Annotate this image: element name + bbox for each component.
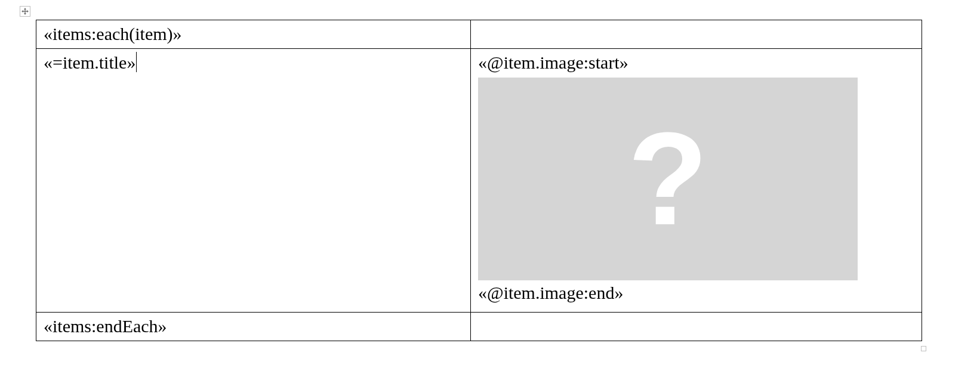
table-move-handle[interactable] [20,6,30,17]
directive-each-close: «items:endEach» [44,316,167,336]
cell-empty-top-right[interactable] [471,20,922,49]
directive-image-end: «@item.image:end» [478,282,916,304]
table-row: «items:endEach» [36,313,922,341]
cell-each-open[interactable]: «items:each(item)» [36,20,471,49]
directive-item-title: «=item.title» [44,52,135,72]
move-4-way-icon [21,8,29,15]
table-row: «items:each(item)» [36,20,922,49]
cell-empty-bottom-right[interactable] [471,313,922,341]
image-placeholder[interactable]: ? [478,78,858,280]
table-resize-handle[interactable] [921,346,926,351]
directive-image-start: «@item.image:start» [478,51,916,74]
cell-item-image[interactable]: «@item.image:start» ? «@item.image:end» [471,49,922,313]
text-cursor [136,52,137,72]
cell-item-title[interactable]: «=item.title» [36,49,471,313]
cell-each-close[interactable]: «items:endEach» [36,313,471,341]
table-row: «=item.title» «@item.image:start» ? «@it… [36,49,922,313]
directive-each-open: «items:each(item)» [44,24,182,44]
question-mark-icon: ? [628,113,708,245]
template-table[interactable]: «items:each(item)» «=item.title» «@item.… [36,20,922,341]
svg-rect-5 [23,11,27,11]
